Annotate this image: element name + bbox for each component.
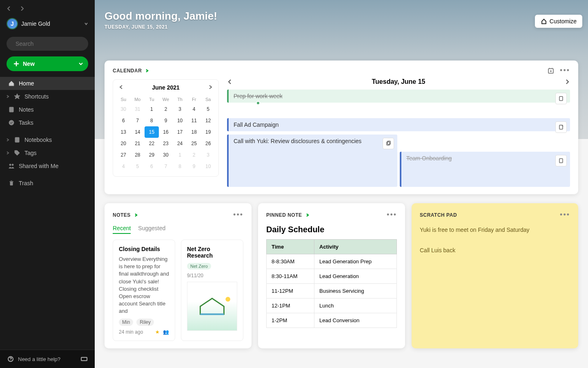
note-title: Net Zero Research — [187, 246, 237, 259]
user-menu[interactable]: J Jamie Gold — [7, 18, 88, 29]
nav-shortcuts[interactable]: Shortcuts — [0, 90, 95, 103]
nav-back-icon[interactable] — [7, 6, 11, 11]
more-icon[interactable]: ••• — [560, 66, 570, 75]
cal-day[interactable]: 4 — [116, 161, 131, 172]
new-button[interactable]: New — [7, 56, 88, 71]
nav-shared[interactable]: Shared with Me — [0, 159, 95, 173]
note-card[interactable]: Net Zero Research Net Zero 9/11/20 — [181, 240, 243, 341]
calendar-title[interactable]: CALENDAR — [113, 68, 142, 74]
nav-tasks[interactable]: Tasks — [0, 116, 95, 129]
cal-day[interactable]: 2 — [187, 149, 201, 161]
keyboard-icon[interactable] — [81, 356, 87, 362]
cal-day[interactable]: 19 — [201, 126, 215, 138]
home-gear-icon — [541, 18, 547, 25]
nav-trash[interactable]: Trash — [0, 177, 95, 190]
day-title: Tuesday, June 15 — [372, 78, 425, 85]
cal-day[interactable]: 22 — [145, 138, 159, 149]
notes-title[interactable]: NOTES — [113, 212, 131, 218]
cal-day[interactable]: 15 — [145, 126, 159, 138]
scratch-content[interactable]: Yuki is free to meet on Friday and Satur… — [420, 225, 570, 256]
cal-day[interactable]: 31 — [131, 103, 145, 115]
cal-day[interactable]: 4 — [187, 103, 201, 115]
calendar-add-icon[interactable] — [548, 67, 554, 74]
pinned-title[interactable]: PINNED NOTE — [266, 212, 302, 218]
cal-day[interactable]: 14 — [131, 126, 145, 138]
cal-day[interactable]: 7 — [159, 161, 173, 172]
cal-day[interactable]: 21 — [131, 138, 145, 149]
cal-day[interactable]: 6 — [116, 115, 131, 126]
nav-forward-icon[interactable] — [20, 6, 24, 11]
event-note-icon[interactable] — [555, 121, 567, 133]
cal-next-month[interactable] — [208, 84, 213, 91]
nav-home[interactable]: Home — [0, 77, 95, 90]
cal-day[interactable]: 29 — [145, 149, 159, 161]
cal-day[interactable]: 28 — [131, 149, 145, 161]
nav-tags[interactable]: Tags — [0, 146, 95, 159]
cal-day[interactable]: 8 — [173, 161, 187, 172]
cal-day[interactable]: 26 — [201, 138, 215, 149]
cal-day[interactable]: 8 — [145, 115, 159, 126]
event-title: Fall Ad Campaign — [234, 121, 279, 128]
event-copy-icon[interactable] — [383, 138, 394, 149]
cal-day[interactable]: 5 — [131, 161, 145, 172]
cal-day[interactable]: 1 — [145, 103, 159, 115]
customize-button[interactable]: Customize — [535, 15, 582, 28]
cal-day[interactable]: 23 — [159, 138, 173, 149]
tag-icon — [14, 150, 20, 156]
help-button[interactable]: Need a little help? — [0, 350, 95, 368]
cal-day[interactable]: 9 — [159, 115, 173, 126]
cal-day[interactable]: 18 — [187, 126, 201, 138]
event-note-icon[interactable] — [555, 93, 567, 104]
home-icon — [8, 80, 15, 87]
cal-day[interactable]: 11 — [187, 115, 201, 126]
people-icon — [8, 163, 15, 169]
cal-day[interactable]: 20 — [116, 138, 131, 149]
cal-day[interactable]: 10 — [201, 161, 215, 172]
mini-calendar: June 2021 SuMoTuWeThFrSa3031123456789101… — [113, 79, 219, 177]
more-icon[interactable]: ••• — [233, 211, 243, 219]
more-icon[interactable]: ••• — [560, 211, 570, 219]
nav-label: Tags — [24, 150, 37, 156]
search-field[interactable] — [16, 40, 87, 47]
note-card[interactable]: Closing Details Overview Everything is h… — [113, 240, 175, 341]
cal-day[interactable]: 16 — [159, 126, 173, 138]
cal-day[interactable]: 27 — [116, 149, 131, 161]
tab-suggested[interactable]: Suggested — [138, 225, 165, 234]
note-date: 9/11/20 — [187, 273, 237, 278]
cal-day[interactable]: 5 — [201, 103, 215, 115]
cal-day[interactable]: 13 — [116, 126, 131, 138]
cal-day[interactable]: 3 — [173, 103, 187, 115]
event-note-icon[interactable] — [555, 155, 567, 166]
nav-label: Shortcuts — [24, 93, 49, 100]
day-prev[interactable] — [227, 79, 233, 85]
cal-day[interactable]: 30 — [116, 103, 131, 115]
search-input[interactable] — [7, 37, 88, 51]
cal-day[interactable]: 9 — [187, 161, 201, 172]
event-item[interactable]: Call with Yuki: Review disclosures & con… — [227, 135, 397, 187]
cal-day[interactable]: 30 — [159, 149, 173, 161]
cal-dow: Su — [116, 95, 131, 103]
note-tag: Net Zero — [187, 263, 211, 269]
cal-prev-month[interactable] — [119, 84, 124, 91]
nav-notebooks[interactable]: Notebooks — [0, 133, 95, 146]
event-item[interactable]: Team Onboarding — [400, 152, 570, 187]
more-icon[interactable]: ••• — [387, 211, 397, 219]
cal-day[interactable]: 25 — [187, 138, 201, 149]
cal-day[interactable]: 1 — [173, 149, 187, 161]
nav-notes[interactable]: Notes — [0, 103, 95, 116]
event-title: Team Onboarding — [406, 155, 452, 162]
event-item[interactable]: Fall Ad Campaign — [227, 118, 570, 131]
cal-day[interactable]: 12 — [201, 115, 215, 126]
event-item[interactable]: Prep for work week — [227, 90, 570, 103]
cal-day[interactable]: 7 — [131, 115, 145, 126]
day-next[interactable] — [564, 79, 570, 85]
scratch-pad-widget[interactable]: SCRATCH PAD ••• Yuki is free to meet on … — [412, 203, 578, 348]
pinned-note-title: Daily Schedule — [266, 225, 397, 234]
tab-recent[interactable]: Recent — [113, 225, 131, 234]
cal-day[interactable]: 6 — [145, 161, 159, 172]
cal-day[interactable]: 24 — [173, 138, 187, 149]
cal-day[interactable]: 3 — [201, 149, 215, 161]
cal-day[interactable]: 2 — [159, 103, 173, 115]
cal-day[interactable]: 10 — [173, 115, 187, 126]
cal-day[interactable]: 17 — [173, 126, 187, 138]
